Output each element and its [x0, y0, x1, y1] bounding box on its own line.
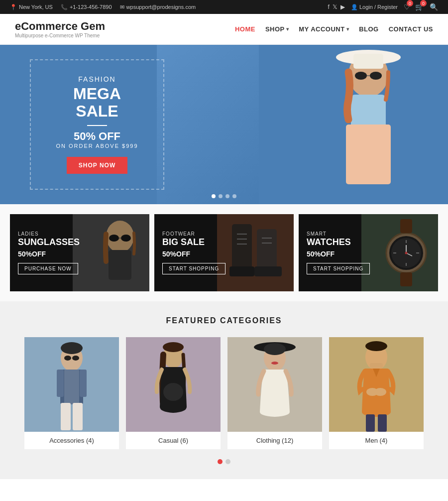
svg-rect-17 [257, 229, 277, 269]
promo-small-1: LADIES [18, 231, 80, 237]
nav-item-shop[interactable]: SHOP ▾ [265, 25, 289, 33]
slider-dot-3[interactable] [225, 194, 229, 198]
svg-point-42 [72, 356, 79, 361]
category-name-men: Men (4) [329, 432, 424, 449]
svg-point-57 [271, 362, 278, 365]
svg-point-64 [374, 388, 386, 396]
pagination-dot-1[interactable] [218, 459, 223, 464]
promo-btn-footwear[interactable]: START SHOPPING [162, 263, 225, 274]
logo-area: eCommerce Gem Multipurpose e-Commerce WP… [15, 20, 105, 38]
hero-slider: Fashion MEGA SALE 50% OFF ON ORDER ABOVE… [0, 45, 448, 204]
account-arrow-icon: ▾ [346, 26, 349, 32]
search-button[interactable]: 🔍 [430, 3, 438, 11]
hero-shop-now-button[interactable]: SHOP NOW [67, 157, 127, 174]
twitter-icon[interactable]: 𝕏 [333, 3, 337, 10]
clothing-model [227, 337, 322, 432]
hero-subtitle: ON ORDER ABOVE $999 [51, 143, 143, 149]
category-card-accessories[interactable]: Accessories (4) [24, 337, 119, 449]
svg-point-12 [109, 235, 119, 242]
svg-point-13 [121, 235, 131, 242]
hero-background [157, 45, 448, 204]
slider-dots [212, 194, 236, 198]
top-bar: 📍 New York, US 📞 +1-123-456-7890 ✉ wpsup… [0, 0, 448, 14]
nav-item-home[interactable]: HOME [235, 25, 255, 33]
category-name-accessories: Accessories (4) [24, 432, 119, 449]
category-pagination [10, 459, 438, 464]
slider-dot-4[interactable] [232, 194, 236, 198]
category-name-casual: Casual (6) [126, 432, 221, 449]
promo-card-watches: SMART WATCHES 50%OFF START SHOPPING [299, 214, 438, 291]
login-register-link[interactable]: 👤 Login / Register [351, 4, 398, 10]
svg-rect-5 [353, 54, 383, 69]
promo-small-3: SMART [307, 231, 370, 237]
svg-rect-16 [232, 224, 252, 269]
svg-rect-29 [400, 219, 412, 233]
hero-content-box: Fashion MEGA SALE 50% OFF ON ORDER ABOVE… [30, 59, 164, 190]
nav-item-account[interactable]: MY ACCOUNT ▾ [299, 25, 349, 33]
category-name-clothing: Clothing (12) [227, 432, 322, 449]
header: eCommerce Gem Multipurpose e-Commerce WP… [0, 14, 448, 45]
svg-rect-61 [370, 363, 383, 368]
promo-btn-sunglasses[interactable]: PURCHASE NOW [18, 263, 78, 274]
promo-title-1: SUNGLASSES [18, 238, 80, 248]
svg-rect-30 [400, 272, 412, 286]
svg-rect-65 [366, 414, 375, 432]
category-img-accessories [24, 337, 119, 432]
promo-off-2: 50%OFF [162, 250, 225, 258]
category-img-casual [126, 337, 221, 432]
logo-subtitle: Multipurpose e-Commerce WP Theme [15, 33, 105, 38]
promo-text-footwear: FOOTWEAR BIG SALE 50%OFF START SHOPPING [154, 224, 233, 282]
promo-off-1: 50%OFF [18, 250, 80, 258]
svg-rect-3 [346, 125, 391, 184]
social-icons: f 𝕏 ▶ [328, 3, 345, 10]
phone-info: 📞 +1-123-456-7890 [61, 4, 112, 10]
promo-off-3: 50%OFF [307, 250, 370, 258]
svg-point-7 [370, 72, 382, 80]
category-card-men[interactable]: Men (4) [329, 337, 424, 449]
promo-text-watches: SMART WATCHES 50%OFF START SHOPPING [299, 224, 378, 282]
category-img-clothing [227, 337, 322, 432]
cart-button[interactable]: 🛒 0 [415, 3, 424, 11]
svg-point-37 [405, 252, 408, 254]
svg-rect-46 [80, 370, 87, 397]
pagination-dot-2[interactable] [225, 459, 230, 464]
top-bar-left: 📍 New York, US 📞 +1-123-456-7890 ✉ wpsup… [10, 4, 196, 10]
wishlist-count: 0 [407, 0, 413, 6]
logo-text[interactable]: eCommerce Gem [15, 20, 105, 33]
nav-item-contact[interactable]: CONTACT US [389, 25, 433, 33]
location-icon: 📍 [10, 4, 17, 10]
nav-item-blog[interactable]: BLOG [359, 25, 379, 33]
section-title-featured: FEATURED CATEGORIES [10, 316, 438, 325]
categories-grid: Accessories (4) [10, 337, 438, 449]
cart-wish-area: ♡ 0 🛒 0 [404, 3, 424, 11]
svg-rect-45 [57, 370, 64, 397]
promo-banners: LADIES SUNGLASSES 50%OFF PURCHASE NOW [0, 204, 448, 301]
svg-point-60 [365, 341, 387, 351]
slider-dot-2[interactable] [219, 194, 223, 198]
hero-title: MEGA SALE [51, 85, 143, 120]
svg-rect-19 [254, 266, 282, 276]
promo-small-2: FOOTWEAR [162, 231, 225, 237]
category-card-clothing[interactable]: Clothing (12) [227, 337, 322, 449]
svg-rect-66 [378, 414, 387, 432]
svg-point-51 [163, 342, 184, 352]
svg-point-41 [64, 356, 71, 361]
slider-dot-1[interactable] [212, 194, 216, 198]
category-card-casual[interactable]: Casual (6) [126, 337, 221, 449]
category-img-men [329, 337, 424, 432]
facebook-icon[interactable]: f [328, 3, 330, 10]
shop-arrow-icon: ▾ [286, 26, 289, 32]
svg-rect-47 [61, 403, 71, 430]
cart-count: 0 [420, 0, 427, 6]
top-bar-right: f 𝕏 ▶ 👤 Login / Register ♡ 0 🛒 0 🔍 [328, 3, 438, 11]
casual-model [126, 337, 221, 432]
wishlist-button[interactable]: ♡ 0 [404, 3, 410, 11]
youtube-icon[interactable]: ▶ [340, 3, 345, 10]
user-icon: 👤 [351, 4, 358, 10]
email-icon: ✉ [120, 4, 124, 10]
featured-categories-section: FEATURED CATEGORIES [0, 301, 448, 479]
svg-point-6 [355, 72, 367, 80]
promo-btn-watches[interactable]: START SHOPPING [307, 263, 370, 274]
hero-small-text: Fashion [51, 75, 143, 83]
promo-card-footwear: FOOTWEAR BIG SALE 50%OFF START SHOPPING [154, 214, 294, 291]
